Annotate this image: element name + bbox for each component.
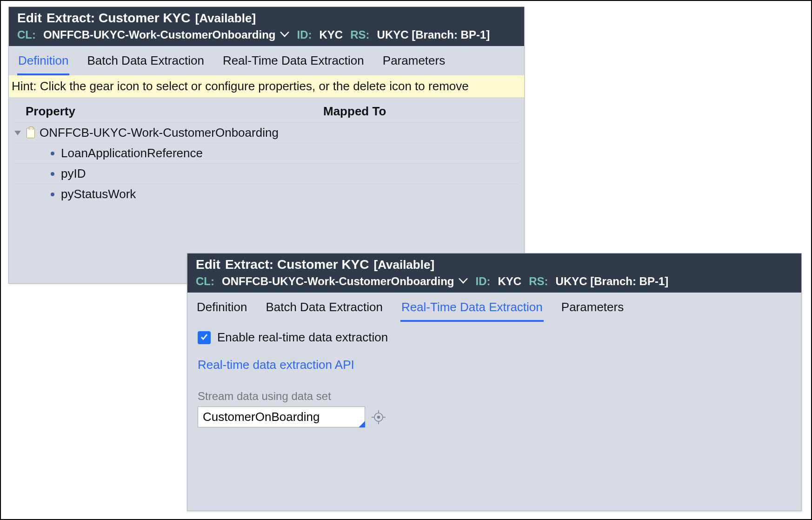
stream-data-input[interactable] — [198, 407, 365, 427]
realtime-api-link[interactable]: Real-time data extraction API — [198, 358, 354, 372]
edit-label: Edit — [17, 11, 42, 26]
cl-label: CL: — [196, 275, 214, 288]
checkmark-icon — [200, 333, 208, 342]
tree-child-row[interactable]: pyID — [14, 163, 519, 184]
property-tree: ONFFCB-UKYC-Work-CustomerOnboarding Loan… — [9, 120, 524, 204]
tab-parameters[interactable]: Parameters — [560, 297, 625, 322]
clipboard-icon — [27, 128, 35, 138]
header-title-row: Edit Extract: Customer KYC [Available] — [196, 257, 793, 272]
header-title-row: Edit Extract: Customer KYC [Available] — [17, 11, 516, 26]
chevron-down-icon — [458, 278, 468, 285]
tree-child-row[interactable]: pyStatusWork — [14, 184, 519, 204]
tab-batch-data-extraction[interactable]: Batch Data Extraction — [86, 51, 205, 75]
tree-root-label: ONFFCB-UKYC-Work-CustomerOnboarding — [40, 126, 279, 140]
bullet-icon — [51, 172, 54, 176]
crosshair-icon[interactable] — [372, 410, 386, 424]
tree-columns: Property Mapped To — [9, 98, 524, 120]
enable-realtime-label: Enable real-time data extraction — [217, 330, 388, 345]
stream-data-input-wrap — [198, 407, 365, 427]
rs-value: UKYC [Branch: BP-1] — [556, 275, 669, 288]
panel1-header: Edit Extract: Customer KYC [Available] C… — [9, 7, 524, 46]
enable-realtime-checkbox[interactable] — [198, 331, 211, 344]
bullet-icon — [51, 193, 54, 196]
tree-child-label: pyID — [61, 167, 86, 181]
panel2-header: Edit Extract: Customer KYC [Available] C… — [187, 253, 801, 293]
cl-dropdown[interactable]: ONFFCB-UKYC-Work-CustomerOnboarding — [222, 275, 468, 288]
rs-value: UKYC [Branch: BP-1] — [377, 28, 490, 41]
stream-data-field-row — [198, 407, 791, 427]
tab-definition[interactable]: Definition — [17, 51, 69, 75]
tree-child-row[interactable]: LoanApplicationReference — [14, 143, 519, 163]
tree-child-label: LoanApplicationReference — [61, 146, 203, 160]
rule-title: Extract: Customer KYC — [225, 257, 369, 272]
tree-root-row[interactable]: ONFFCB-UKYC-Work-CustomerOnboarding — [14, 122, 519, 143]
id-label: ID: — [476, 275, 491, 288]
header-meta-row: CL: ONFFCB-UKYC-Work-CustomerOnboarding … — [196, 275, 793, 288]
id-label: ID: — [297, 28, 312, 41]
tab-definition[interactable]: Definition — [196, 297, 248, 322]
rs-label: RS: — [350, 28, 369, 41]
tab-parameters[interactable]: Parameters — [382, 51, 446, 75]
header-meta-row: CL: ONFFCB-UKYC-Work-CustomerOnboarding … — [17, 28, 516, 41]
extract-editor-realtime-panel: Edit Extract: Customer KYC [Available] C… — [187, 253, 802, 511]
extract-editor-definition-panel: Edit Extract: Customer KYC [Available] C… — [8, 7, 525, 284]
realtime-body: Enable real-time data extraction Real-ti… — [187, 322, 801, 436]
column-property: Property — [26, 104, 323, 119]
panel2-tabs: Definition Batch Data Extraction Real-Ti… — [187, 293, 801, 322]
disclosure-triangle-icon[interactable] — [14, 131, 21, 135]
stream-data-label: Stream data using data set — [198, 390, 791, 403]
rule-status: [Available] — [374, 258, 435, 272]
bullet-icon — [51, 152, 54, 155]
cl-dropdown[interactable]: ONFFCB-UKYC-Work-CustomerOnboarding — [43, 28, 290, 41]
tab-real-time-data-extraction[interactable]: Real-Time Data Extraction — [400, 297, 544, 322]
rule-status: [Available] — [195, 11, 256, 26]
rs-label: RS: — [529, 275, 548, 288]
svg-point-1 — [378, 416, 380, 418]
panel1-tabs: Definition Batch Data Extraction Real-Ti… — [9, 46, 524, 75]
hint-banner: Hint: Click the gear icon to select or c… — [9, 75, 524, 98]
tab-batch-data-extraction[interactable]: Batch Data Extraction — [265, 297, 383, 322]
cl-value: ONFFCB-UKYC-Work-CustomerOnboarding — [43, 28, 276, 41]
cl-value: ONFFCB-UKYC-Work-CustomerOnboarding — [222, 275, 454, 288]
id-value: KYC — [319, 28, 343, 41]
edit-label: Edit — [196, 257, 220, 272]
tree-child-label: pyStatusWork — [61, 187, 136, 201]
id-value: KYC — [498, 275, 522, 288]
column-mapped-to: Mapped To — [323, 104, 516, 119]
autocomplete-corner-icon — [359, 421, 365, 427]
tab-real-time-data-extraction[interactable]: Real-Time Data Extraction — [222, 51, 365, 75]
enable-realtime-row: Enable real-time data extraction — [198, 330, 791, 345]
rule-title: Extract: Customer KYC — [47, 11, 191, 26]
cl-label: CL: — [17, 28, 36, 41]
chevron-down-icon — [280, 32, 290, 38]
